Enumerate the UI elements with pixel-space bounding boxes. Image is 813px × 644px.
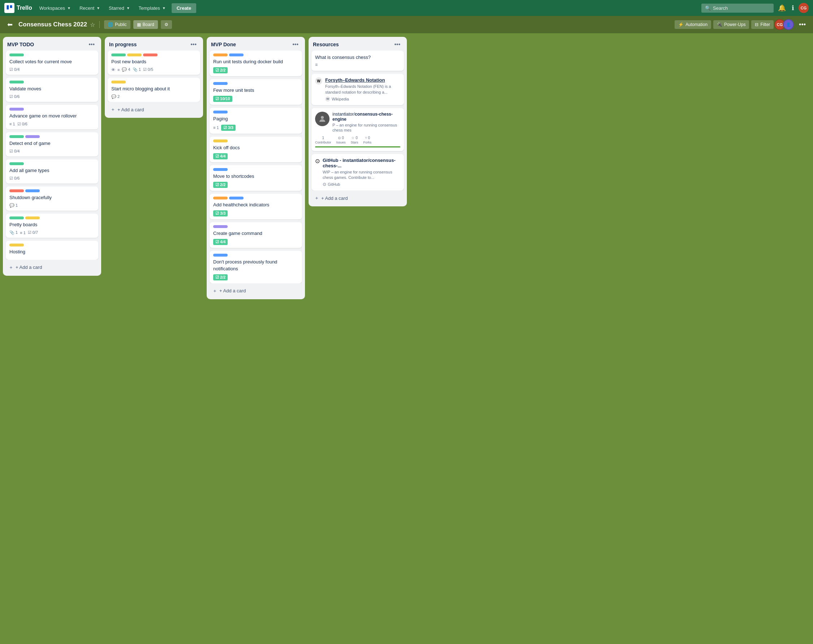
list-resources: Resources ••• What is consensus chess? ≡…	[309, 37, 407, 206]
svg-rect-0	[7, 5, 9, 10]
card-label	[213, 110, 228, 113]
info-button[interactable]: ℹ	[790, 3, 796, 13]
board-more-button[interactable]: •••	[796, 20, 808, 30]
recent-button[interactable]: Recent ▼	[77, 4, 103, 12]
card-badges: ≡ 1☑ 3/3	[213, 125, 299, 131]
checklist-complete-badge: ☑ 4/4	[213, 153, 228, 159]
card[interactable]: Add all game types ☑ 0/6 ✎	[6, 159, 98, 184]
card-labels	[9, 244, 95, 247]
stat-forks: ⑂ 0 Forks	[363, 136, 372, 144]
card-label	[9, 244, 24, 247]
card[interactable]: Validate moves ☑ 0/6 ✎	[6, 78, 98, 102]
add-card-button[interactable]: ＋ + Add a card	[210, 285, 302, 296]
list-footer: ＋ + Add a card	[3, 260, 101, 276]
list-menu-button[interactable]: •••	[188, 40, 199, 48]
list-cards: Collect votes for current move ☑ 0/4 ✎ V…	[3, 51, 101, 260]
card-title: What is consensus chess?	[315, 54, 400, 61]
board-back-button[interactable]: ⬅	[5, 19, 15, 30]
board-view-button[interactable]: ▦ Board	[133, 20, 158, 29]
card[interactable]: Few more unit tests ☑ 10/10 ✎	[210, 79, 302, 105]
github-link-card[interactable]: ⊙ GitHub - instantiator/consensus-chess-…	[311, 154, 404, 191]
powerups-icon: 🔌	[717, 22, 722, 27]
user-avatar[interactable]: CG	[799, 3, 808, 13]
card-labels	[9, 108, 95, 110]
card-label	[9, 162, 24, 165]
card-badges: ☑ 0/4	[9, 67, 95, 72]
card[interactable]: Paging ≡ 1☑ 3/3 ✎	[210, 108, 302, 133]
add-card-button[interactable]: ＋ + Add a card	[108, 104, 200, 115]
card[interactable]: Pretty boards 📎 1≡ 1☑ 0/7 ✎	[6, 213, 98, 238]
board-star-button[interactable]: ☆	[90, 21, 95, 28]
resource-card[interactable]: What is consensus chess? ≡	[311, 51, 404, 71]
starred-button[interactable]: Starred ▼	[106, 4, 133, 12]
automation-button[interactable]: ⚡ Automation	[675, 20, 711, 29]
card[interactable]: Collect votes for current move ☑ 0/4 ✎	[6, 51, 98, 75]
card[interactable]: Kick off docs ☑ 4/4 ✎	[210, 136, 302, 162]
add-card-button[interactable]: ＋ + Add a card	[6, 262, 98, 273]
filter-button[interactable]: ⊟ Filter	[751, 20, 774, 29]
divider	[100, 21, 100, 28]
card-label	[9, 189, 24, 192]
logo-icon	[5, 3, 14, 13]
power-ups-button[interactable]: 🔌 Power-Ups	[713, 20, 749, 29]
stat-stars: ☆ 0 Stars	[351, 136, 358, 144]
search-icon: 🔍	[705, 5, 711, 11]
card[interactable]: Hosting ✎	[6, 241, 98, 259]
card-title: Collect votes for current move	[9, 58, 95, 65]
card-labels	[9, 54, 95, 57]
list-header: Resources •••	[309, 37, 407, 51]
checklist-badge: ☑ 0/4	[9, 67, 20, 72]
stat-contributors: 1 Contributor	[315, 136, 331, 144]
board-content: MVP TODO ••• Collect votes for current m…	[0, 33, 813, 644]
list-menu-button[interactable]: •••	[392, 40, 403, 48]
card[interactable]: Run unit tests during docker build ☑ 2/2…	[210, 51, 302, 76]
svg-point-2	[321, 116, 324, 119]
card[interactable]: Start micro blogging about it 💬 2 ✎	[108, 78, 200, 102]
card[interactable]: Detect end of game ☑ 0/4 ✎	[6, 132, 98, 156]
github-link-title: GitHub - instantiator/consensus-chess-..…	[323, 158, 400, 169]
add-card-button[interactable]: ＋ + Add a card	[311, 193, 404, 204]
list-header: In progress •••	[105, 37, 203, 51]
card-title: Paging	[213, 116, 299, 122]
repo-card[interactable]: instantiator/consensus-chess-engine P – …	[311, 108, 404, 151]
notifications-button[interactable]: 🔔	[776, 3, 787, 13]
templates-button[interactable]: Templates ▼	[136, 4, 169, 12]
card[interactable]: Advance game on move rollover ≡ 1☑ 0/6 ✎	[6, 105, 98, 129]
card-title: Add healthcheck indicators	[213, 202, 299, 208]
card[interactable]: Don't process previously found notificat…	[210, 251, 302, 283]
list-menu-button[interactable]: •••	[86, 40, 97, 48]
card-badges: ☑ 2/2	[213, 274, 299, 281]
search-bar[interactable]: 🔍 Search	[701, 4, 774, 13]
card-title: Don't process previously found notificat…	[213, 259, 299, 272]
header-right: ⚡ Automation 🔌 Power-Ups ⊟ Filter CG 👤 •…	[675, 19, 808, 30]
customize-button[interactable]: ⚙	[161, 20, 172, 29]
card[interactable]: Add healthcheck indicators ☑ 3/3 ✎	[210, 194, 302, 219]
list-title: Resources	[313, 41, 339, 48]
workspaces-button[interactable]: Workspaces ▼	[37, 4, 74, 12]
card[interactable]: Move to shortcodes ☑ 2/2 ✎	[210, 165, 302, 191]
list-title: MVP TODO	[7, 41, 34, 48]
checklist-badge: ☑ 0/6	[17, 122, 28, 126]
plus-icon: ＋	[213, 288, 217, 294]
card-label	[25, 189, 40, 192]
chevron-down-icon: ▼	[127, 6, 130, 10]
list-title: In progress	[109, 41, 136, 48]
trello-logo[interactable]: Trello	[5, 3, 32, 13]
list-menu-button[interactable]: •••	[290, 40, 301, 48]
public-button[interactable]: 🌐 Public	[104, 20, 130, 29]
create-button[interactable]: Create	[171, 3, 196, 13]
card-title: Kick off docs	[213, 144, 299, 151]
card-label	[127, 54, 142, 57]
card[interactable]: Create game command ☑ 4/4 ✎	[210, 222, 302, 248]
card-label	[25, 216, 40, 219]
member-avatar-2[interactable]: 👤	[783, 19, 794, 30]
wiki-desc: Forsyth–Edwards Notation (FEN) is a stan…	[325, 84, 400, 95]
wiki-card[interactable]: W Forsyth–Edwards Notation Forsyth–Edwar…	[311, 74, 404, 105]
board-header: ⬅ Consensus Chess 2022 ☆ 🌐 Public ▦ Boar…	[0, 16, 813, 33]
card[interactable]: Shutdown gracefully 💬 1 ✎	[6, 187, 98, 211]
card-title: Run unit tests during docker build	[213, 58, 299, 65]
board-title: Consensus Chess 2022	[18, 21, 87, 28]
list-footer: ＋ + Add a card	[207, 283, 305, 299]
github-link-desc: WIP – an engine for running consensus ch…	[323, 170, 400, 181]
card[interactable]: Post new boards 👁≡💬 4📎 1☑ 0/5 ✎	[108, 51, 200, 75]
